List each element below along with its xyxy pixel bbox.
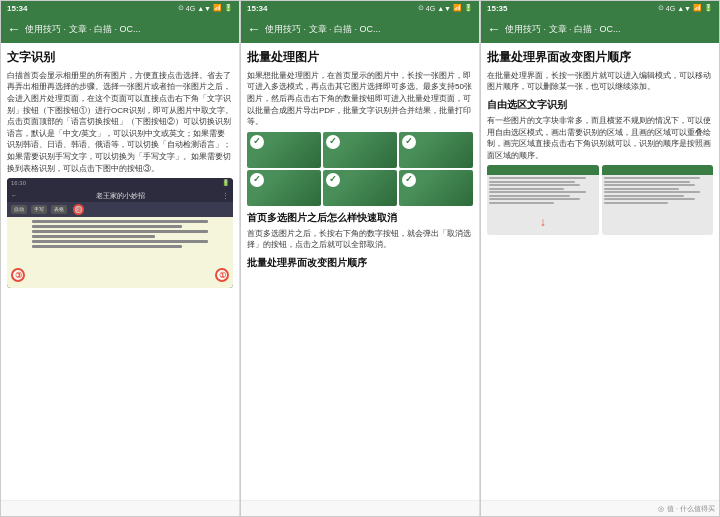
nav-title-2: 使用技巧 · 文章 · 白描 · OC... — [265, 23, 473, 36]
watermark-1 — [1, 500, 239, 516]
nav-bar-2: ← 使用技巧 · 文章 · 白描 · OC... — [241, 15, 479, 43]
content-text-1: 白描首页会显示相册里的所有图片，方便直接点击选择。省去了再弄出相册再选择的步骤。… — [7, 70, 233, 174]
back-arrow-1[interactable]: ← — [7, 21, 21, 37]
auto-btn[interactable]: 自动 — [11, 205, 27, 214]
grid-cell-6: ✓ — [399, 170, 473, 206]
status-bar-3: 15:35 ⊙ 4G ▲▼ 📶 🔋 — [481, 1, 719, 15]
panel-2: 15:34 ⊙ 4G ▲▼ 📶 🔋 ← 使用技巧 · 文章 · 白描 · OC.… — [241, 1, 480, 516]
watermark-2 — [241, 500, 479, 516]
check-5: ✓ — [326, 173, 340, 187]
right-screenshots: ↓ — [487, 165, 713, 235]
subsection-title-1: 首页多选图片之后怎么样快速取消 — [247, 211, 473, 225]
back-arrow-3[interactable]: ← — [487, 21, 501, 37]
red-arrow-1: ↓ — [540, 214, 546, 231]
check-6: ✓ — [402, 173, 416, 187]
mini-screenshot-2 — [602, 165, 714, 235]
panel-3: 15:35 ⊙ 4G ▲▼ 📶 🔋 ← 使用技巧 · 文章 · 白描 · OC.… — [481, 1, 719, 516]
section-title-2: 批量处理图片 — [247, 49, 473, 66]
grid-cell-2: ✓ — [323, 132, 397, 168]
nav-title-1: 使用技巧 · 文章 · 白描 · OC... — [25, 23, 233, 36]
status-icons-1: ⊙ 4G ▲▼ 📶 🔋 — [178, 4, 233, 12]
marker-2: ② — [73, 204, 84, 215]
watermark-text: 值 · 什么值得买 — [667, 504, 715, 514]
time-3: 15:35 — [487, 4, 507, 13]
grid-cell-5: ✓ — [323, 170, 397, 206]
content-area-2: 批量处理图片 如果想批量处理图片，在首页显示的图片中，长按一张图片，即可进入多选… — [241, 43, 479, 500]
marker-1: ① — [215, 268, 229, 282]
time-2: 15:34 — [247, 4, 267, 13]
content-text-2: 如果想批量处理图片，在首页显示的图片中，长按一张图片，即可进入多选模式，再点击其… — [247, 70, 473, 128]
content-text-3: 在批量处理界面，长按一张图片就可以进入编辑模式，可以移动图片顺序，可以删除某一张… — [487, 70, 713, 93]
content-area-3: 批量处理界面改变图片顺序 在批量处理界面，长按一张图片就可以进入编辑模式，可以移… — [481, 43, 719, 500]
main-container: 15:34 ⊙ 4G ▲▼ 📶 🔋 ← 使用技巧 · 文章 · 白描 · OC.… — [0, 0, 720, 517]
status-icons-3: ⊙ 4G ▲▼ 📶 🔋 — [658, 4, 713, 12]
check-3: ✓ — [402, 135, 416, 149]
back-arrow-2[interactable]: ← — [247, 21, 261, 37]
nav-bar-1: ← 使用技巧 · 文章 · 白描 · OC... — [1, 15, 239, 43]
section-title-3: 批量处理界面改变图片顺序 — [487, 49, 713, 66]
inner-nav-title: 老王家的小妙招 — [96, 191, 145, 201]
inner-screenshot-1: 16:30 🔋 ← 老王家的小妙招 ⋮ 自动 手写 表格 ② — [7, 178, 233, 288]
grid-cell-3: ✓ — [399, 132, 473, 168]
watermark-3: ◎ 值 · 什么值得买 — [481, 500, 719, 516]
image-grid: ✓ ✓ ✓ ✓ ✓ — [247, 132, 473, 206]
grid-cell-4: ✓ — [247, 170, 321, 206]
subsection-content-1: 首页多选图片之后，长按右下角的数字按钮，就会弹出「取消选择」的按钮，点击之后就可… — [247, 228, 473, 251]
check-4: ✓ — [250, 173, 264, 187]
watermark-icon: ◎ — [658, 505, 664, 513]
handwrite-btn[interactable]: 手写 — [31, 205, 47, 214]
status-bar-2: 15:34 ⊙ 4G ▲▼ 📶 🔋 — [241, 1, 479, 15]
nav-bar-3: ← 使用技巧 · 文章 · 白描 · OC... — [481, 15, 719, 43]
section-title-1: 文字识别 — [7, 49, 233, 66]
subsection-content-3: 有一些图片的文字块非常多，而且横竖不规则的情况下，可以使用自由选区模式，画出需要… — [487, 115, 713, 161]
check-2: ✓ — [326, 135, 340, 149]
status-bar-1: 15:34 ⊙ 4G ▲▼ 📶 🔋 — [1, 1, 239, 15]
mini-screenshot-1: ↓ — [487, 165, 599, 235]
subsection-title-2: 批量处理界面改变图片顺序 — [247, 256, 473, 270]
marker-3: ③ — [11, 268, 25, 282]
time-1: 15:34 — [7, 4, 27, 13]
subsection-title-3: 自由选区文字识别 — [487, 98, 713, 112]
check-1: ✓ — [250, 135, 264, 149]
content-area-1: 文字识别 白描首页会显示相册里的所有图片，方便直接点击选择。省去了再弄出相册再选… — [1, 43, 239, 500]
grid-cell-1: ✓ — [247, 132, 321, 168]
panel-1: 15:34 ⊙ 4G ▲▼ 📶 🔋 ← 使用技巧 · 文章 · 白描 · OC.… — [1, 1, 240, 516]
nav-title-3: 使用技巧 · 文章 · 白描 · OC... — [505, 23, 713, 36]
table-btn[interactable]: 表格 — [51, 205, 67, 214]
status-icons-2: ⊙ 4G ▲▼ 📶 🔋 — [418, 4, 473, 12]
